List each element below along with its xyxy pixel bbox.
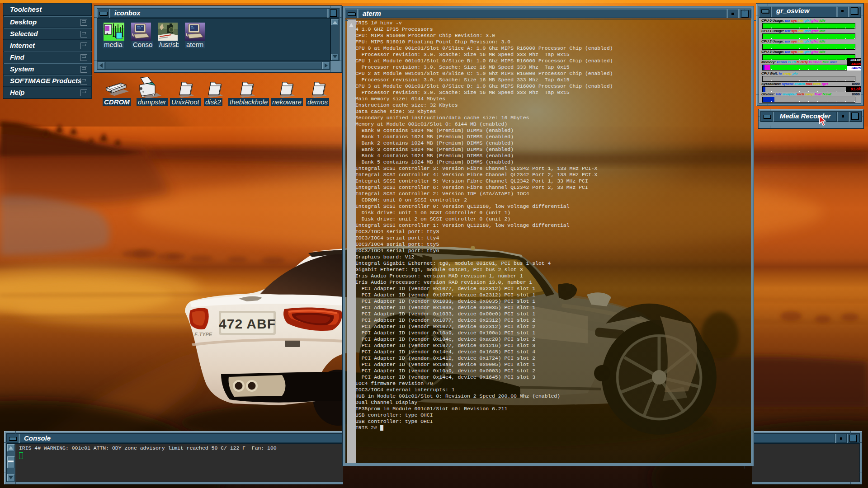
svg-text:F-TYPE: F-TYPE [194,332,212,337]
svg-text:472 ABF: 472 ABF [219,316,276,331]
